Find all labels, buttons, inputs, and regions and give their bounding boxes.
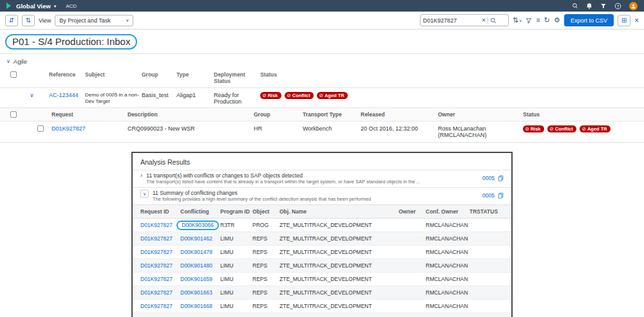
prohibited-icon: ⊘ (287, 93, 291, 98)
svg-text:?: ? (617, 4, 619, 8)
notifications-bell-icon[interactable] (586, 3, 592, 10)
section-agile[interactable]: ∨ Agile (0, 54, 644, 68)
view-select[interactable]: By Project and Task ∨ (55, 15, 133, 26)
conflicting-id-link[interactable]: D00K901480 (180, 259, 220, 272)
filter-icon[interactable] (600, 3, 607, 9)
clear-search-icon[interactable]: × (482, 17, 486, 24)
column-header-reference: Reference (49, 71, 85, 78)
conflicting-id-link[interactable]: D00K901478 (180, 246, 220, 258)
request-id-link[interactable]: D01K927827 (140, 219, 180, 231)
request-id-link[interactable]: D01K927827 (140, 313, 180, 317)
request-id-link[interactable]: D01K927827 (140, 273, 180, 285)
request-id-link[interactable]: D01K927827 (140, 300, 180, 312)
risk-badge: ⊘Risk (260, 92, 281, 99)
search-icon[interactable] (490, 15, 497, 26)
conflicting-id-link[interactable]: D00K901668 (180, 300, 220, 312)
group-button[interactable]: ≡ (536, 17, 540, 24)
reference-link[interactable]: AC-123444 (49, 92, 85, 98)
request-row-checkbox[interactable] (37, 125, 44, 132)
conflicting-id-link[interactable]: D00K901659 (180, 273, 220, 285)
obj-name-cell: ZTE_MULTITRACK_DEVELOPMENT (279, 219, 399, 231)
inbox-table-row: ∨ AC-123444 Demo of 0005 in a non-Dev Ta… (0, 88, 644, 107)
table-row: D01K927827 D00K902007 LIMU REPS ZTE_MULT… (133, 313, 511, 317)
table-row: D01K927827 D00K901663 LIMU REPS ZTE_MULT… (133, 286, 511, 300)
request-table-row: D01K927827 CRQ0990023 - New WSR HR Workb… (0, 122, 644, 143)
object-cell: REPS (252, 300, 279, 312)
conf-owner-cell: RMCLANACHAN (426, 273, 469, 285)
select-all-checkbox[interactable] (10, 71, 17, 78)
settings-gear-button[interactable]: ⚙ (554, 17, 560, 24)
user-avatar[interactable] (629, 2, 638, 10)
search-input[interactable] (423, 17, 480, 24)
analysis-results-dialog: Analysis Results › 11 transport(s) with … (131, 152, 513, 317)
obj-name-cell: ZTE_MULTITRACK_DEVELOPMENT (279, 246, 399, 258)
object-cell: REPS (252, 232, 279, 245)
search-icon[interactable] (572, 3, 578, 9)
table-row: D01K927827 D00K903066 R3TR PROG ZTE_MULT… (133, 219, 511, 232)
conf-owner-cell: RMCLANACHAN (426, 259, 469, 272)
request-id-link[interactable]: D01K927827 (140, 232, 180, 245)
column-header-deployment-status: Deployment Status (214, 71, 260, 84)
released-cell: 20 Oct 2016, 12:32:00 (361, 125, 438, 132)
trstatus-cell (469, 259, 504, 272)
object-cell: REPS (252, 246, 279, 258)
column-header-description: Description (128, 111, 254, 118)
app-title[interactable]: Global View (16, 3, 51, 10)
request-link[interactable]: D01K927827 (52, 125, 128, 132)
owner-cell: Ross McLanachan (RMCLANACHAN) (438, 125, 523, 138)
owner-cell (399, 259, 426, 272)
column-header-owner: Owner (438, 111, 523, 118)
column-header-subject: Subject (85, 71, 142, 78)
collapse-all-button[interactable]: ⇅ (22, 15, 35, 26)
request-id-link[interactable]: D01K927827 (140, 259, 180, 272)
obj-name-cell: ZTE_MULTITRACK_DEVELOPMENT (279, 286, 399, 299)
export-csv-button[interactable]: Export to CSV (564, 14, 614, 26)
program-id-cell: LIMU (220, 273, 252, 285)
conflict-badge: ⊘Conflict (285, 92, 314, 99)
program-id-cell: LIMU (220, 246, 252, 258)
conflicting-id-link[interactable]: D00K903066 (176, 221, 219, 230)
notice-code-link[interactable]: 0005 (482, 175, 495, 181)
conflicting-id-link[interactable]: D00K902007 (180, 313, 220, 317)
chevron-down-icon[interactable]: ▾ (54, 4, 57, 9)
sort-button[interactable]: ⇅∨ (513, 17, 522, 24)
page-title: P01 - S/4 Production: Inbox (5, 34, 137, 50)
trstatus-cell (469, 232, 504, 245)
help-icon[interactable]: ? (614, 3, 621, 10)
filter-button[interactable] (526, 17, 532, 24)
chevron-right-icon[interactable]: › (140, 172, 142, 179)
copy-icon[interactable] (498, 172, 504, 184)
collapse-row-icon[interactable]: ∨ (30, 92, 34, 98)
request-id-link[interactable]: D01K927827 (140, 286, 180, 299)
notice-count: 11 (146, 172, 152, 179)
refresh-button[interactable]: ↻ (544, 17, 550, 24)
chevron-down-icon[interactable]: ∨ (140, 190, 149, 198)
table-row: D01K927827 D00K901480 LIMU REPS ZTE_MULT… (133, 259, 511, 273)
request-id-link[interactable]: D01K927827 (140, 246, 180, 258)
close-icon[interactable]: × (634, 17, 639, 24)
aged-tr-badge: ⊘Aged TR (580, 125, 611, 132)
request-table-header: Request Description Group Transport Type… (0, 107, 644, 122)
notice-title: transport(s) with conflicts or changes t… (154, 172, 303, 179)
notice-code-link[interactable]: 0005 (482, 192, 495, 199)
prohibited-icon: ⊘ (262, 93, 267, 98)
trstatus-cell (469, 313, 504, 317)
trstatus-cell (469, 300, 504, 312)
chevron-down-icon[interactable]: ∨ (6, 59, 10, 64)
table-layout-button[interactable]: ⊞ (618, 15, 630, 26)
conf-owner-cell: RMCLANACHAN (426, 246, 469, 258)
select-all-requests-checkbox[interactable] (10, 111, 17, 118)
prohibited-icon: ⊘ (319, 93, 323, 98)
section-label: Agile (14, 58, 27, 65)
notice-title: Summary of conflicting changes (160, 190, 237, 196)
table-row: D01K927827 D00K901659 LIMU REPS ZTE_MULT… (133, 273, 511, 286)
conflicting-id-link[interactable]: D00K901663 (180, 286, 220, 299)
expand-all-button[interactable]: ⇵ (5, 15, 18, 26)
conflicting-id-link[interactable]: D00K901462 (180, 232, 220, 245)
inbox-table-header: Reference Subject Group Type Deployment … (0, 68, 644, 88)
copy-icon[interactable] (498, 190, 504, 201)
app-logo-icon (6, 3, 11, 9)
risk-badge: ⊘Risk (523, 125, 544, 132)
column-header-obj-name: Obj. Name (279, 205, 399, 218)
group-cell: HR (254, 125, 303, 132)
